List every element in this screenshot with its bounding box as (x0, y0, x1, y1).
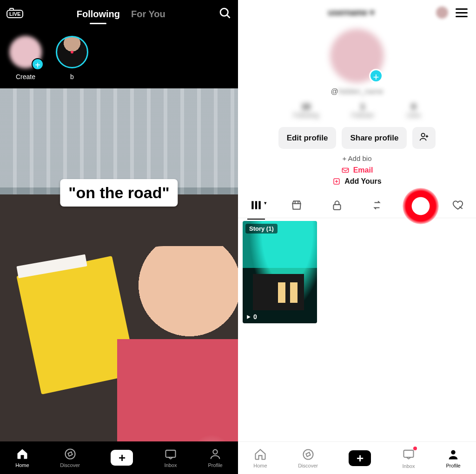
svg-marker-3 (68, 452, 72, 456)
story-item-label: b (56, 73, 88, 80)
svg-point-13 (303, 449, 313, 459)
tab-shop-icon[interactable] (291, 199, 303, 213)
svg-rect-4 (166, 450, 176, 457)
nav-discover[interactable]: Discover (298, 448, 318, 468)
svg-line-1 (227, 15, 230, 18)
nav-inbox[interactable]: Inbox (164, 447, 177, 468)
nav-create[interactable]: + (349, 450, 371, 466)
tab-saved-icon[interactable] (411, 199, 423, 213)
nav-profile[interactable]: Profile (208, 447, 223, 468)
feed-tabs: Following For You (77, 9, 165, 20)
tab-following[interactable]: Following (77, 9, 120, 20)
profile-screen: username ▾ + @hidden_name 10Following 1F… (238, 0, 476, 474)
bottom-nav-left: Home Discover + Inbox Profile (0, 441, 238, 474)
profile-grid: Story (1) 0 (238, 218, 476, 326)
svg-point-6 (422, 134, 425, 137)
plus-icon: + (32, 58, 44, 70)
add-yours-button[interactable]: Add Yours (238, 177, 476, 186)
header-avatar-icon[interactable] (436, 7, 448, 19)
story-badge: Story (1) (245, 224, 278, 234)
stat-likes[interactable]: 0Likes (407, 102, 421, 119)
svg-point-2 (65, 449, 75, 459)
feed-screen: LIVE Following For You + Create b "on th… (0, 0, 238, 474)
nav-create[interactable]: + (111, 450, 133, 466)
nav-profile[interactable]: Profile (446, 448, 461, 468)
edit-profile-button[interactable]: Edit profile (278, 127, 337, 149)
svg-rect-10 (255, 201, 257, 209)
add-friends-button[interactable] (412, 127, 436, 149)
svg-marker-14 (306, 452, 310, 456)
tab-private-icon[interactable] (331, 199, 343, 213)
nav-inbox[interactable]: Inbox (402, 447, 415, 469)
stat-following[interactable]: 10Following (293, 102, 319, 119)
svg-point-0 (220, 8, 228, 16)
tab-liked-icon[interactable] (452, 199, 464, 213)
tab-grid-icon[interactable]: ▾ (250, 199, 262, 213)
profile-username-title: username ▾ (266, 7, 436, 18)
story-create-label: Create (9, 73, 42, 80)
search-icon[interactable] (218, 7, 231, 21)
bottom-nav-right: Home Discover + Inbox Profile (238, 441, 476, 474)
add-story-plus-icon[interactable]: + (369, 69, 383, 83)
nav-home[interactable]: Home (15, 447, 29, 468)
svg-rect-15 (404, 450, 414, 457)
svg-point-5 (213, 450, 217, 454)
profile-links: + Add bio Email Add Yours (238, 154, 476, 186)
story-create[interactable]: + Create (9, 36, 42, 80)
notification-dot-icon (413, 447, 417, 450)
tab-reposts-icon[interactable] (371, 199, 383, 213)
profile-content-tabs: ▾ (238, 194, 476, 218)
svg-point-16 (451, 450, 455, 454)
nav-home[interactable]: Home (253, 448, 267, 468)
share-profile-button[interactable]: Share profile (342, 127, 407, 149)
profile-buttons: Edit profile Share profile (238, 127, 476, 149)
story-play-count: 0 (245, 313, 257, 320)
stat-followers[interactable]: 1Follower (351, 102, 374, 119)
feed-header: LIVE Following For You (0, 0, 238, 28)
add-bio-button[interactable]: + Add bio (238, 154, 476, 162)
profile-stats: 10Following 1Follower 0Likes (238, 102, 476, 119)
svg-rect-11 (258, 201, 260, 209)
email-link[interactable]: Email (238, 166, 476, 174)
story-item-b[interactable]: b (56, 36, 88, 80)
profile-handle: @hidden_name (238, 87, 476, 96)
svg-rect-12 (333, 204, 340, 209)
story-thumbnail[interactable]: Story (1) 0 (243, 221, 317, 323)
stories-row: + Create b (0, 28, 238, 88)
live-button[interactable]: LIVE (7, 10, 23, 18)
profile-avatar[interactable]: + (238, 29, 476, 83)
profile-header: username ▾ (238, 0, 476, 25)
tab-for-you[interactable]: For You (131, 9, 165, 20)
menu-icon[interactable] (456, 8, 468, 17)
svg-rect-9 (251, 201, 253, 209)
plus-icon: + (111, 450, 133, 466)
video-player[interactable]: "on the road" (0, 88, 238, 441)
video-caption: "on the road" (60, 179, 178, 207)
nav-discover[interactable]: Discover (60, 447, 80, 468)
plus-icon: + (349, 450, 371, 466)
svg-rect-7 (342, 168, 349, 173)
